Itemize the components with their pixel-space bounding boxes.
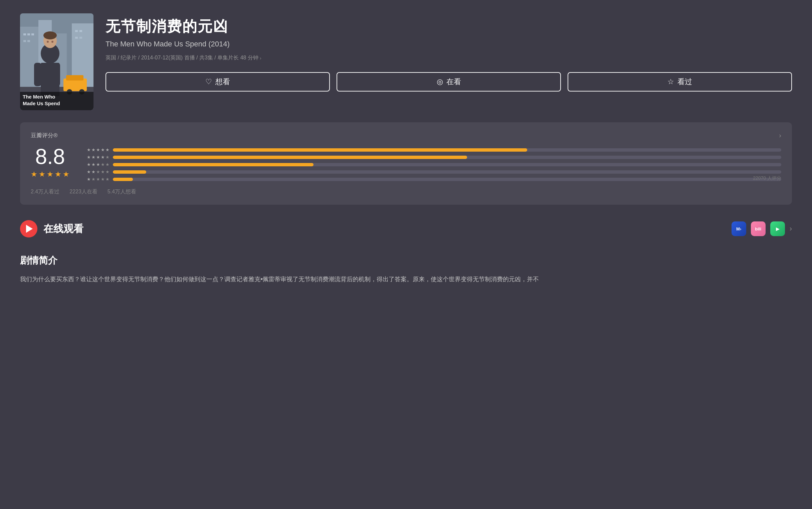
bar-track-2 — [113, 170, 781, 174]
watching-label: 在看 — [447, 77, 461, 87]
meta-info: 英国 / 纪录片 / 2014-07-12(英国) 首播 / 共3集 / 单集片… — [106, 55, 792, 62]
bilibili-symbol: bili — [755, 227, 761, 232]
bar-row-3: ★ ★ ★ ★ ★ — [83, 162, 781, 167]
stat-watched: 2.4万人看过 — [31, 189, 60, 195]
meta-text: 英国 / 纪录片 / 2014-07-12(英国) 首播 / 共3集 / 单集片… — [106, 55, 258, 62]
platform-mgtv[interactable]: M› — [732, 222, 746, 236]
play-icon — [26, 225, 33, 233]
rating-count: 22070 人评分 — [753, 175, 781, 181]
svg-rect-12 — [75, 37, 78, 39]
bar-fill-3 — [113, 163, 314, 166]
bar-stars-1: ★ ★ ★ ★ ★ — [83, 177, 109, 182]
title-zh: 无节制消费的元凶 — [106, 17, 792, 36]
desc-title: 剧情简介 — [20, 254, 792, 267]
bar-row-4: ★ ★ ★ ★ ★ — [83, 155, 781, 160]
svg-rect-23 — [53, 63, 60, 86]
bar-fill-5 — [113, 148, 527, 151]
heart-icon: ♡ — [205, 77, 212, 86]
play-button[interactable] — [20, 220, 37, 237]
watch-left: 在线观看 — [20, 220, 83, 237]
star-2: ★ — [39, 170, 45, 179]
svg-rect-9 — [27, 40, 30, 42]
stat-watching: 2223人在看 — [69, 189, 98, 195]
stat-want-to-watch: 5.4万人想看 — [107, 189, 136, 195]
bars-block: ★ ★ ★ ★ ★ ★ ★ ★ ★ ★ — [83, 146, 781, 182]
bar-row-1: ★ ★ ★ ★ ★ — [83, 177, 781, 182]
svg-rect-22 — [34, 63, 41, 86]
bar-row-5: ★ ★ ★ ★ ★ — [83, 147, 781, 152]
bar-fill-2 — [113, 170, 146, 174]
stars: ★ ★ ★ ★ ★ — [31, 170, 69, 179]
action-buttons: ♡ 想看 ◎ 在看 ☆ 看过 — [106, 72, 792, 92]
score-block: 8.8 ★ ★ ★ ★ ★ — [31, 146, 69, 179]
rating-header: 豆瓣评分® › — [31, 132, 781, 139]
tencent-symbol: ▶ — [776, 227, 779, 232]
want-to-watch-button[interactable]: ♡ 想看 — [106, 72, 330, 92]
header-section: The Men Who Made Us Spend 无节制消费的元凶 The M… — [20, 13, 792, 110]
star-4: ★ — [55, 170, 62, 179]
star-3: ★ — [47, 170, 54, 179]
svg-point-26 — [51, 41, 54, 43]
watch-section-chevron[interactable]: › — [790, 225, 792, 233]
svg-rect-13 — [79, 37, 82, 39]
svg-point-25 — [47, 41, 49, 43]
stats-row: 2.4万人看过 2223人在看 5.4万人想看 — [31, 189, 781, 195]
bar-track-4 — [113, 156, 781, 159]
eye-icon: ◎ — [437, 77, 443, 86]
bar-stars-2: ★ ★ ★ ★ ★ — [83, 169, 109, 174]
bar-stars-5: ★ ★ ★ ★ ★ — [83, 147, 109, 152]
desc-text: 我们为什么要买东西？谁让这个世界变得无节制消费？他们如何做到这一点？调查记者雅克… — [20, 274, 792, 285]
rating-body: 8.8 ★ ★ ★ ★ ★ ★ ★ ★ ★ ★ — [31, 146, 781, 182]
watch-label: 在线观看 — [43, 222, 83, 236]
svg-rect-8 — [23, 40, 26, 42]
watch-right: M› bili ▶ › — [732, 222, 792, 236]
bar-track-5 — [113, 148, 781, 151]
title-en: The Men Who Made Us Spend (2014) — [106, 40, 792, 48]
mgtv-symbol: M› — [736, 227, 741, 232]
want-to-watch-label: 想看 — [215, 77, 230, 87]
svg-rect-11 — [79, 30, 82, 32]
watch-section: 在线观看 M› bili ▶ › — [20, 217, 792, 241]
bar-stars-3: ★ ★ ★ ★ ★ — [83, 162, 109, 167]
bar-track-1 — [113, 178, 781, 181]
watching-button[interactable]: ◎ 在看 — [337, 72, 561, 92]
watched-label: 看过 — [677, 77, 692, 87]
star-5: ★ — [63, 170, 69, 179]
rating-section: 豆瓣评分® › 8.8 ★ ★ ★ ★ ★ ★ ★ ★ ★ ★ — [20, 122, 792, 205]
score-number: 8.8 — [31, 146, 69, 167]
rating-chevron[interactable]: › — [779, 132, 781, 139]
svg-point-24 — [43, 31, 57, 39]
rating-header-label: 豆瓣评分® — [31, 132, 58, 139]
description-section: 剧情简介 我们为什么要买东西？谁让这个世界变得无节制消费？他们如何做到这一点？调… — [20, 254, 792, 285]
star-icon: ☆ — [667, 77, 674, 86]
svg-rect-6 — [27, 33, 30, 35]
bar-fill-4 — [113, 156, 467, 159]
bar-track-3 — [113, 163, 781, 166]
svg-text:Made Us Spend: Made Us Spend — [23, 101, 60, 106]
svg-rect-5 — [23, 33, 26, 35]
svg-rect-16 — [66, 75, 83, 80]
svg-rect-7 — [31, 33, 34, 35]
bar-row-2: ★ ★ ★ ★ ★ — [83, 169, 781, 174]
bar-fill-1 — [113, 178, 133, 181]
star-1: ★ — [31, 170, 37, 179]
watched-button[interactable]: ☆ 看过 — [568, 72, 792, 92]
header-info: 无节制消费的元凶 The Men Who Made Us Spend (2014… — [106, 13, 792, 110]
platform-tencent[interactable]: ▶ — [770, 222, 785, 236]
meta-arrow[interactable]: › — [260, 56, 261, 61]
svg-text:The Men Who: The Men Who — [23, 94, 56, 100]
svg-rect-10 — [75, 30, 78, 32]
bar-stars-4: ★ ★ ★ ★ ★ — [83, 155, 109, 160]
poster: The Men Who Made Us Spend — [20, 13, 94, 110]
platform-bilibili[interactable]: bili — [751, 222, 766, 236]
